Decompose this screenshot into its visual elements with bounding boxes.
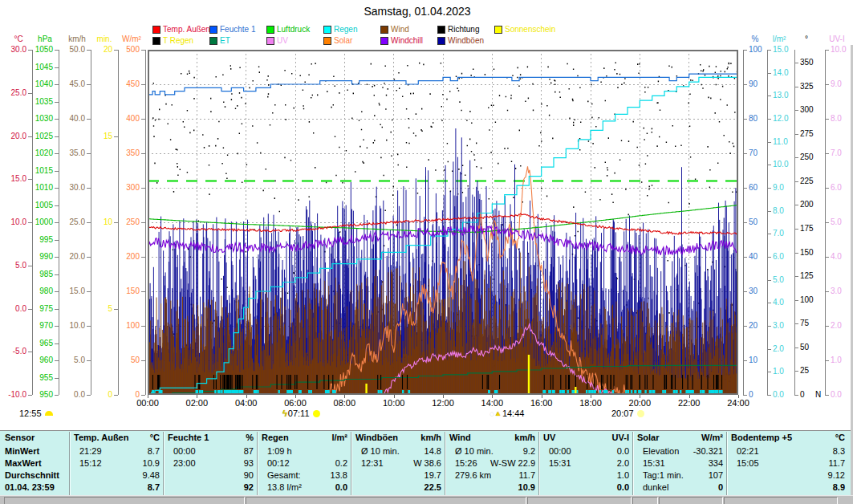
axis-l/m²-tick-label: 11.0 <box>773 138 805 146</box>
axis-hPa-tick-label: 1015 <box>21 167 53 175</box>
table-col-unit: W/m² <box>701 433 723 442</box>
axis-hPa-tick-label: 970 <box>21 322 53 330</box>
table-row-label: Durchschnitt <box>5 470 59 480</box>
legend-label: Windchill <box>391 36 423 45</box>
axis-l/m²-tick-label: 13.0 <box>773 91 805 100</box>
axis-UV-I-tick-label: 9.0 <box>831 80 853 88</box>
legend-item-t-regen: T Regen <box>152 36 209 45</box>
status-bar-panel <box>632 497 658 504</box>
legend-item-luftdruck: Luftdruck <box>266 25 323 34</box>
table-cell-time: 15:31 <box>643 458 665 468</box>
table-col-uv: UVUV-I00:000.015:312.01.00.0 <box>542 431 634 496</box>
axis-l/m²-tick-label: 10.0 <box>773 161 805 169</box>
table-cell-time: dunkel <box>643 482 668 492</box>
table-cell-time: 23:00 <box>173 458 196 468</box>
moonset-time: 12:55 <box>19 408 42 418</box>
legend-item-richtung: Richtung <box>437 25 494 34</box>
axis-°-tick-label: 300 <box>800 106 832 114</box>
axis-°-line <box>794 50 795 395</box>
status-bar-panel <box>659 497 723 504</box>
axis-°-tick-label: 225 <box>800 177 832 185</box>
table-cell-value: 9.48 <box>143 470 160 480</box>
table-cell-value: 10.9 <box>518 482 535 492</box>
table-cell-value: 14.8 <box>424 446 441 456</box>
table-col-bodentemp-+5: Bodentemp +5°C02:218.315:0511.79.128.9 <box>729 431 850 496</box>
table-col-unit: km/h <box>420 433 441 442</box>
legend-label: Solar <box>334 36 352 45</box>
table-cell-value: 8.9 <box>833 482 845 492</box>
legend-swatch-icon <box>266 26 274 34</box>
axis-l/m²-tick-label: 14.0 <box>773 69 805 77</box>
axis-UV-I-tick-label: 0.0 <box>831 391 853 399</box>
weather-graph-window: Samstag, 01.04.2023 Temp. AußenFeuchte 1… <box>0 0 853 504</box>
table-cell-value: 9.2 <box>523 446 535 456</box>
legend-swatch-icon <box>437 37 445 45</box>
axis-°-tick-label: 25 <box>800 367 832 375</box>
table-cell-value: 0 <box>718 482 723 492</box>
table-cell-time: 00:00 <box>549 446 571 456</box>
table-cell-value: 0.0 <box>617 446 629 456</box>
table-col-sensor: SensorMinWertMaxWertDurchschnitt01.04. 2… <box>3 431 69 496</box>
table-cell-value: 8.3 <box>833 446 845 456</box>
legend-label: Richtung <box>448 25 479 34</box>
moonrise-arrow-icon: ▲ <box>494 409 502 417</box>
table-cell-value: 19.7 <box>424 470 441 480</box>
table-cell-value: -30.321 <box>693 446 723 456</box>
summary-table: SensorMinWertMaxWertDurchschnitt01.04. 2… <box>0 430 853 497</box>
x-axis-label: 16:00 <box>526 398 558 408</box>
moonrise-time: 14:44 <box>502 408 525 418</box>
x-axis-label: 24:00 <box>722 398 754 408</box>
axis-°-tick-label: 100 <box>800 296 832 304</box>
axis-l/m²-tick-label: 15.0 <box>773 46 805 54</box>
table-cell-value: 334 <box>709 458 723 468</box>
axis-%-tick-label: 10 <box>749 356 781 364</box>
axis-hPa-tick-label: 985 <box>21 270 53 278</box>
table-cell-value: 87 <box>244 446 254 456</box>
table-cell-value: 11.7 <box>828 458 845 468</box>
x-axis-label: 18:00 <box>575 398 607 408</box>
table-cell-value: 93 <box>244 458 254 468</box>
axis-W/m²-tick-label: 200 <box>108 253 140 261</box>
table-col-title: Bodentemp +5 <box>731 433 792 442</box>
legend-item-solar: Solar <box>323 36 380 45</box>
legend-label: ET <box>220 36 230 45</box>
axis-hPa-tick-label: 955 <box>21 374 53 382</box>
table-cell-value: 0.0 <box>617 482 629 492</box>
table-cell-value: 2.0 <box>617 458 629 468</box>
table-cell-time: Gesamt: <box>267 470 301 480</box>
axis-°-tick-label: 250 <box>800 153 832 161</box>
axis-hPa-tick-label: 995 <box>21 236 53 244</box>
axis-hPa-tick-label: 1020 <box>21 149 53 157</box>
axis-hPa-tick-label: 965 <box>21 339 53 348</box>
table-col-title: Temp. Außen <box>74 433 128 442</box>
table-cell-time: 1:09 h <box>267 446 292 456</box>
axis-hPa-tick-label: 975 <box>21 305 53 313</box>
legend-swatch-icon <box>209 26 217 34</box>
axis-W/m²-tick-label: 300 <box>108 184 140 192</box>
axis-%-tick-label: 90 <box>749 80 781 88</box>
legend-item-regen: Regen <box>323 25 380 34</box>
axis-W/m²-header: W/m² <box>122 35 141 43</box>
legend-swatch-icon <box>437 26 445 34</box>
moonset-marker: 12:55 <box>19 408 53 418</box>
table-cell-time: 00:12 <box>267 458 290 468</box>
legend-item-windchill: Windchill <box>380 36 437 45</box>
axis-UV-I-tick-label: 4.0 <box>831 253 853 261</box>
axis-%-header: % <box>752 35 759 43</box>
table-cell-time: Elevation <box>643 446 679 456</box>
legend-label: Windböen <box>448 36 484 45</box>
axis-hPa-header: hPa <box>38 35 52 43</box>
axis-°-tick-label: 275 <box>800 130 832 138</box>
sunrise-time: 07:11 <box>288 408 310 418</box>
table-cell-value: 10.9 <box>143 458 160 468</box>
table-header-sensor: Sensor <box>5 433 35 442</box>
legend-label: UV <box>277 36 288 45</box>
sun-icon <box>313 410 320 417</box>
axis-UV-I-tick-label: 6.0 <box>831 184 853 192</box>
axis-°C-tick-label: -5.0 <box>0 348 26 356</box>
axis-W/m²-tick-label: 50 <box>108 356 140 364</box>
axis-hPa-tick-label: 1050 <box>21 46 53 54</box>
axis-hPa-tick-label: 1040 <box>21 80 53 88</box>
axis-W/m²-tick-label: 500 <box>108 46 140 54</box>
axis-min.-header: min. <box>97 35 112 43</box>
